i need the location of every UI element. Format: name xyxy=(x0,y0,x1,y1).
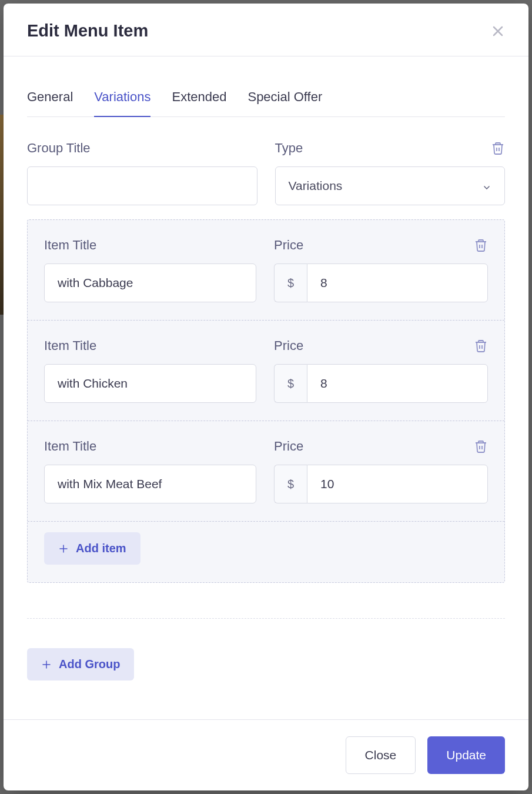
close-button[interactable]: Close xyxy=(346,736,416,774)
update-button[interactable]: Update xyxy=(427,736,505,774)
modal-footer: Close Update xyxy=(4,719,528,790)
tabs: General Variations Extended Special Offe… xyxy=(27,80,505,117)
tab-variations[interactable]: Variations xyxy=(94,80,150,116)
tab-special-offer[interactable]: Special Offer xyxy=(247,80,322,116)
currency-prefix: $ xyxy=(274,465,307,503)
group-title-field: Group Title xyxy=(27,141,257,205)
divider xyxy=(27,618,505,619)
currency-prefix: $ xyxy=(274,263,307,302)
variations-list: Item Title Price xyxy=(27,219,505,583)
chevron-down-icon xyxy=(482,181,491,191)
trash-icon[interactable] xyxy=(491,141,505,155)
price-input[interactable] xyxy=(307,263,488,302)
price-label: Price xyxy=(274,338,303,353)
trash-icon[interactable] xyxy=(474,439,488,453)
type-label: Type xyxy=(275,141,303,156)
tab-extended[interactable]: Extended xyxy=(172,80,226,116)
group-section: Group Title Type Variations xyxy=(27,141,505,205)
add-item-label: Add item xyxy=(76,542,126,555)
variation-row: Item Title Price xyxy=(28,321,504,421)
add-item-button[interactable]: Add item xyxy=(44,532,140,565)
price-input[interactable] xyxy=(307,465,488,503)
item-title-label: Item Title xyxy=(44,338,96,353)
close-icon[interactable] xyxy=(491,24,505,38)
group-title-label: Group Title xyxy=(27,141,91,156)
plus-icon xyxy=(41,659,52,670)
modal-body: General Variations Extended Special Offe… xyxy=(4,56,528,719)
edit-menu-item-modal: Edit Menu Item General Variations Extend… xyxy=(4,4,528,790)
type-select[interactable]: Variations xyxy=(275,166,506,205)
add-group-label: Add Group xyxy=(59,658,120,671)
price-label: Price xyxy=(274,439,303,454)
item-title-input[interactable] xyxy=(44,263,256,302)
type-field: Type Variations xyxy=(275,141,506,205)
variation-row: Item Title Price xyxy=(28,421,504,522)
tab-general[interactable]: General xyxy=(27,80,73,116)
item-title-label: Item Title xyxy=(44,238,96,253)
modal-title: Edit Menu Item xyxy=(27,21,148,41)
price-label: Price xyxy=(274,238,303,253)
item-title-input[interactable] xyxy=(44,364,256,403)
currency-prefix: $ xyxy=(274,364,307,403)
group-title-input[interactable] xyxy=(27,166,257,205)
modal-header: Edit Menu Item xyxy=(4,4,528,56)
variation-row: Item Title Price xyxy=(28,220,504,321)
item-title-input[interactable] xyxy=(44,465,256,503)
plus-icon xyxy=(58,543,69,554)
add-group-button[interactable]: Add Group xyxy=(27,648,134,680)
trash-icon[interactable] xyxy=(474,339,488,353)
trash-icon[interactable] xyxy=(474,238,488,252)
type-select-value: Variations xyxy=(289,179,343,193)
price-input[interactable] xyxy=(307,364,488,403)
item-title-label: Item Title xyxy=(44,439,96,454)
